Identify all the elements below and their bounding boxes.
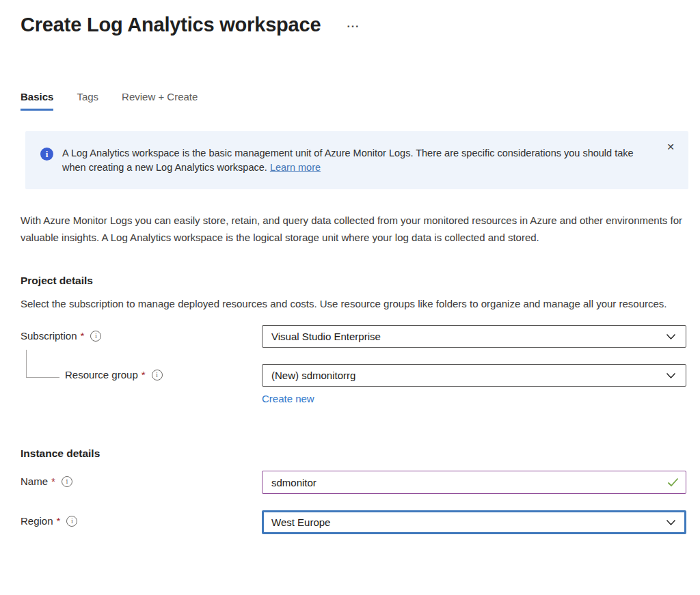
close-icon[interactable]: ✕	[664, 141, 677, 152]
resource-group-row: Resource group * i (New) sdmonitorrg Cre…	[21, 364, 686, 405]
subscription-row: Subscription * i Visual Studio Enterpris…	[21, 325, 686, 348]
required-asterisk: *	[51, 475, 55, 487]
info-circle-icon: i	[40, 148, 53, 161]
project-details-heading: Project details	[21, 275, 686, 287]
required-asterisk: *	[81, 330, 85, 342]
create-log-analytics-workspace-page: Create Log Analytics workspace ··· Basic…	[0, 0, 700, 595]
subscription-dropdown[interactable]: Visual Studio Enterprise	[262, 325, 686, 348]
region-value: West Europe	[271, 516, 330, 528]
resource-group-dropdown[interactable]: (New) sdmonitorrg	[262, 364, 686, 387]
tab-tags[interactable]: Tags	[77, 91, 98, 111]
instance-details-form: Name * i Region * i West Europe	[21, 471, 686, 534]
intro-paragraph: With Azure Monitor Logs you can easily s…	[21, 212, 686, 246]
project-details-description: Select the subscription to manage deploy…	[21, 295, 670, 312]
name-row: Name * i	[21, 471, 686, 494]
subscription-value: Visual Studio Enterprise	[271, 331, 381, 342]
info-banner-text: A Log Analytics workspace is the basic m…	[62, 146, 650, 175]
valid-check-icon	[667, 478, 679, 487]
create-new-link[interactable]: Create new	[262, 393, 314, 404]
info-icon[interactable]: i	[90, 331, 101, 342]
wizard-tabs: Basics Tags Review + Create	[21, 91, 686, 111]
project-details-form: Subscription * i Visual Studio Enterpris…	[21, 325, 686, 405]
name-input-wrapper	[262, 471, 686, 494]
learn-more-link[interactable]: Learn more	[270, 162, 321, 173]
page-header: Create Log Analytics workspace ···	[21, 14, 686, 36]
region-row: Region * i West Europe	[21, 510, 686, 534]
region-dropdown[interactable]: West Europe	[262, 510, 686, 534]
info-banner-message: A Log Analytics workspace is the basic m…	[62, 148, 634, 173]
name-label: Name * i	[21, 471, 262, 487]
info-banner: i A Log Analytics workspace is the basic…	[25, 131, 688, 189]
info-icon[interactable]: i	[152, 370, 163, 380]
subscription-label: Subscription * i	[21, 325, 262, 342]
required-asterisk: *	[142, 369, 146, 380]
more-options-icon[interactable]: ···	[347, 23, 360, 30]
resource-group-value: (New) sdmonitorrg	[271, 370, 355, 381]
resource-group-connector	[26, 350, 59, 378]
name-input[interactable]	[271, 477, 662, 488]
chevron-down-icon	[666, 372, 676, 379]
chevron-down-icon	[666, 519, 676, 526]
info-icon[interactable]: i	[62, 476, 72, 487]
chevron-down-icon	[666, 333, 676, 340]
required-asterisk: *	[57, 515, 61, 527]
page-title: Create Log Analytics workspace	[21, 14, 321, 36]
instance-details-heading: Instance details	[21, 447, 686, 460]
info-icon[interactable]: i	[66, 516, 77, 527]
tab-basics[interactable]: Basics	[21, 91, 53, 111]
region-label: Region * i	[21, 510, 262, 527]
tab-review-create[interactable]: Review + Create	[122, 91, 198, 111]
